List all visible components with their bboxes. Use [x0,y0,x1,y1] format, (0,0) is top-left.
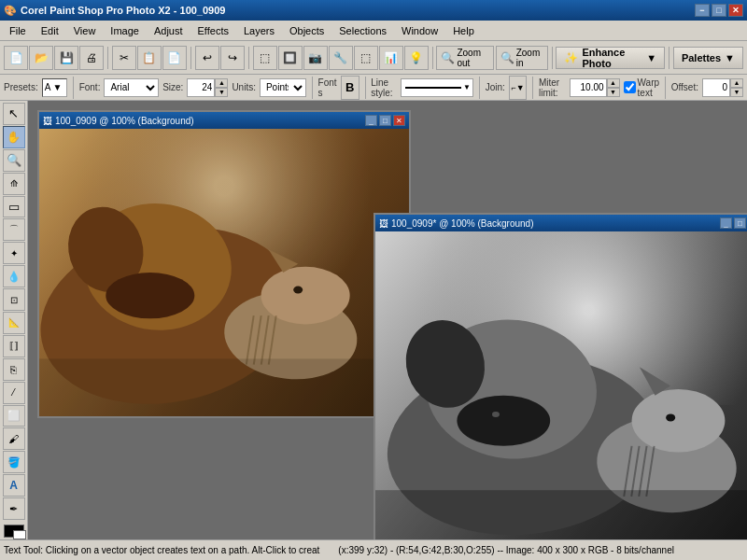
print-button[interactable]: 🖨 [79,46,104,70]
offset-input[interactable] [702,78,730,97]
tool-perspective[interactable]: ⟦⟧ [3,335,25,357]
sep-t2-1 [73,77,74,99]
font-label: Font: [79,82,101,92]
btn6[interactable]: 📊 [379,46,403,70]
menu-selections[interactable]: Selections [331,23,394,38]
menu-adjust[interactable]: Adjust [147,23,190,38]
miter-input[interactable] [570,78,607,97]
window2-maximize[interactable]: □ [734,217,746,229]
app-icon: 🎨 [4,5,17,17]
presets-dropdown[interactable]: A ▼ [42,78,67,97]
menu-effects[interactable]: Effects [190,23,236,38]
window1-controls[interactable]: _ □ ✕ [365,115,405,126]
window1-minimize[interactable]: _ [365,115,377,126]
save-button[interactable]: 💾 [54,46,78,70]
menu-objects[interactable]: Objects [282,23,331,38]
window1-close[interactable]: ✕ [393,115,405,126]
btn7[interactable]: 💡 [404,46,429,70]
bold-button[interactable]: B [341,76,359,100]
tool-text[interactable]: A [3,474,25,497]
tool-erase[interactable]: ⬜ [3,405,25,427]
status-left: Text Tool: Clicking on a vector object c… [4,545,319,555]
minimize-button[interactable]: − [695,4,710,17]
new-button[interactable]: 📄 [4,46,28,70]
close-button[interactable]: ✕ [728,4,743,17]
redo-button[interactable]: ↪ [220,46,245,70]
enhance-photo-button[interactable]: ✨ Enhance Photo ▼ [556,47,665,69]
undo-button[interactable]: ↩ [195,46,219,70]
tool-paint[interactable]: 🖌 [3,427,25,450]
image-window-2-titlebar[interactable]: 🖼 100_0909* @ 100% (Background) _ □ ✕ [375,215,747,231]
window1-maximize[interactable]: □ [379,115,391,126]
tool-straighten[interactable]: 📐 [3,312,25,334]
menu-file[interactable]: File [2,23,34,38]
zoom-in-label[interactable]: Zoom in [516,48,543,68]
separator-6 [669,47,669,69]
warp-checkbox[interactable] [624,81,636,93]
palettes-label: Palettes [682,52,721,63]
window-title: Corel Paint Shop Pro Photo X2 - 100_0909 [21,5,225,16]
menu-view[interactable]: View [66,23,104,38]
menu-edit[interactable]: Edit [34,23,66,38]
separator-2 [190,47,191,69]
zoom-out-label[interactable]: Zoom out [457,48,488,68]
window2-controls[interactable]: _ □ ✕ [720,217,747,229]
tool-zoom[interactable]: 🔍 [3,149,25,172]
text-toolbar: Presets: A ▼ Font: Arial Size: ▲ ▼ Units… [0,75,747,101]
offset-up-button[interactable]: ▲ [730,78,743,88]
offset-spinner: ▲ ▼ [702,78,743,97]
join-dropdown[interactable]: ⌐▼ [509,76,528,100]
tool-crop[interactable]: ⊡ [3,288,25,311]
offset-label: Offset: [671,82,698,92]
title-bar-controls[interactable]: − □ ✕ [695,4,743,17]
miter-down-button[interactable]: ▼ [607,88,620,97]
image-window-1-titlebar[interactable]: 🖼 100_0909 @ 100% (Background) _ □ ✕ [39,112,409,129]
line-style-dropdown[interactable]: ▼ [401,78,473,97]
palettes-button[interactable]: Palettes ▼ [673,47,743,69]
title-bar: 🎨 Corel Paint Shop Pro Photo X2 - 100_09… [0,0,747,21]
size-down-button[interactable]: ▼ [215,88,228,97]
copy-button[interactable]: 📋 [137,46,162,70]
tool-select-freehand[interactable]: ⌒ [3,218,25,241]
palettes-chevron-icon: ▼ [725,52,735,63]
window2-minimize[interactable]: _ [720,217,732,229]
paste-button[interactable]: 📄 [162,46,187,70]
tool-deform[interactable]: ⟰ [3,173,25,195]
units-select[interactable]: Points [260,78,306,97]
tool-arrow[interactable]: ↖ [3,103,25,125]
btn3[interactable]: 📷 [303,46,328,70]
size-spinner: ▲ ▼ [187,78,228,97]
sep-t2-2 [312,77,313,99]
menu-layers[interactable]: Layers [236,23,282,38]
btn2[interactable]: 🔲 [278,46,303,70]
menu-help[interactable]: Help [445,23,482,38]
offset-down-button[interactable]: ▼ [730,88,743,97]
btn5[interactable]: ⬚ [354,46,378,70]
open-button[interactable]: 📂 [29,46,53,70]
tool-dropper[interactable]: 💧 [3,265,25,287]
size-input[interactable] [187,78,215,97]
miter-up-button[interactable]: ▲ [607,78,620,88]
menu-image[interactable]: Image [103,23,147,38]
btn4[interactable]: 🔧 [329,46,353,70]
maximize-button[interactable]: □ [712,4,726,17]
tool-fill[interactable]: 🪣 [3,451,25,473]
cut-button[interactable]: ✂ [112,46,136,70]
color-photo-canvas [39,129,409,416]
tool-hand[interactable]: ✋ [3,126,25,148]
zoom-out-group[interactable]: 🔍 Zoom out [436,46,493,70]
menu-bar: File Edit View Image Adjust Effects Laye… [0,21,747,41]
tool-draw[interactable]: ✒ [3,497,25,520]
tool-scratch-remover[interactable]: ∕ [3,382,25,404]
foreground-color[interactable] [4,525,24,538]
font-select[interactable]: Arial [104,78,159,97]
tool-clone[interactable]: ⎘ [3,358,25,381]
zoom-in-group[interactable]: 🔍 Zoom in [496,46,548,70]
miter-label: Miter limit: [539,77,566,98]
background-color[interactable] [13,530,26,539]
btn1[interactable]: ⬚ [253,46,277,70]
size-up-button[interactable]: ▲ [215,78,228,88]
tool-magic-wand[interactable]: ✦ [3,242,25,264]
menu-window[interactable]: Window [394,23,445,38]
tool-select-rect[interactable]: ▭ [3,196,25,218]
